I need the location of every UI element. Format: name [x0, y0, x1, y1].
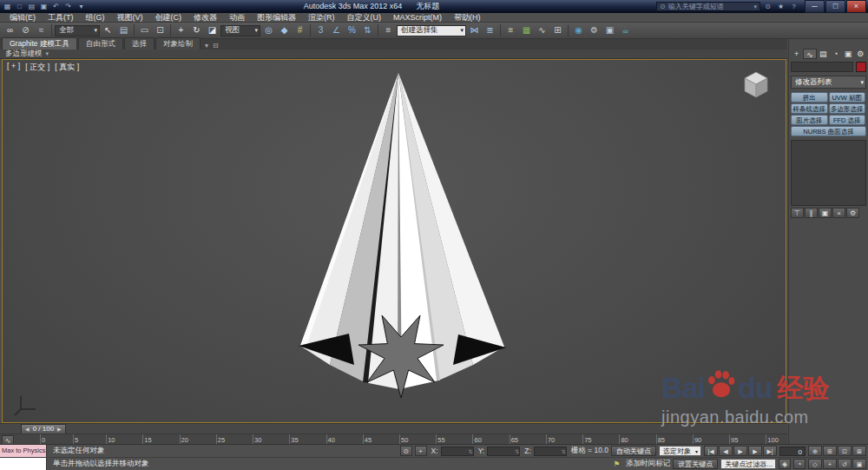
- select-and-scale-icon[interactable]: ◪: [205, 23, 220, 37]
- menu-item-11[interactable]: MAXScript(M): [387, 13, 448, 22]
- app-menu-icon[interactable]: ▦: [2, 2, 13, 11]
- select-and-link-icon[interactable]: ∞: [3, 23, 17, 37]
- use-pivot-point-center-icon[interactable]: ◎: [261, 23, 276, 37]
- panel-tab-display[interactable]: ▣: [842, 49, 853, 59]
- ribbon-tab-1[interactable]: Graphite 建模工具: [2, 37, 77, 50]
- maximize-button[interactable]: □: [825, 0, 845, 13]
- schematic-view-icon[interactable]: ⊞: [550, 23, 565, 37]
- menu-item-7[interactable]: 动画: [223, 12, 251, 23]
- z-coordinate-field[interactable]: ⇅: [534, 447, 567, 456]
- menu-item-1[interactable]: 编辑(E): [3, 12, 42, 23]
- maximize-viewport-toggle-button[interactable]: ▣: [852, 459, 866, 469]
- ribbon-minimize-icon[interactable]: ⊟: [213, 42, 219, 50]
- ribbon-tab-4[interactable]: 对象绘制: [155, 37, 201, 50]
- menu-item-10[interactable]: 自定义(U): [341, 12, 388, 23]
- select-and-rotate-icon[interactable]: ↻: [189, 23, 204, 37]
- keyboard-shortcut-override-icon[interactable]: #: [293, 23, 307, 37]
- percent-snap-toggle-icon[interactable]: %: [345, 23, 359, 37]
- modifier-button-6[interactable]: FFD 选择: [829, 115, 866, 125]
- select-and-manipulate-icon[interactable]: ◆: [277, 23, 292, 37]
- track-bar[interactable]: ∿ 05101520253035404550556065707580859095…: [0, 434, 787, 444]
- pin-stack-icon[interactable]: ⊤: [791, 208, 804, 218]
- viewcube[interactable]: [740, 69, 772, 100]
- menu-item-12[interactable]: 帮助(H): [448, 12, 487, 23]
- panel-tab-utilities[interactable]: ⚙: [855, 49, 866, 59]
- zoom-all-button[interactable]: ⊞: [823, 446, 837, 456]
- unlink-selection-icon[interactable]: ⊘: [18, 23, 33, 37]
- select-object-icon[interactable]: ↖: [101, 23, 115, 37]
- panel-tab-modify[interactable]: ∿: [803, 49, 816, 59]
- render-setup-icon[interactable]: ⚙: [587, 23, 602, 37]
- new-scene-icon[interactable]: □: [14, 2, 25, 11]
- menu-item-4[interactable]: 视图(V): [111, 12, 149, 23]
- make-unique-icon[interactable]: ▣: [819, 208, 832, 218]
- search-chevron-down-icon[interactable]: ▾: [753, 3, 757, 10]
- menu-item-9[interactable]: 渲染(R): [302, 12, 341, 23]
- y-coordinate-field[interactable]: ⇅: [487, 447, 520, 456]
- time-slider-handle[interactable]: ◀ 0 / 100 ▶: [21, 424, 66, 434]
- show-end-result-icon[interactable]: ∥: [805, 208, 818, 218]
- select-and-move-icon[interactable]: +: [174, 23, 188, 37]
- search-input[interactable]: ⊙ 输入关键字或短语 ▾: [656, 2, 760, 11]
- time-tag-flag-icon[interactable]: ⚑: [614, 460, 621, 468]
- spinner-snap-toggle-icon[interactable]: ⇅: [360, 23, 375, 37]
- field-of-view-button[interactable]: ◇: [808, 459, 822, 469]
- zoom-button[interactable]: ⊕: [808, 446, 822, 456]
- modifier-button-2[interactable]: UVW 贴图: [829, 92, 866, 103]
- mirror-icon[interactable]: ⋈: [467, 23, 482, 37]
- open-file-icon[interactable]: ▤: [26, 2, 37, 11]
- manage-layers-icon[interactable]: ≡: [503, 23, 518, 37]
- previous-frame-button[interactable]: ◀: [719, 446, 733, 456]
- redo-icon[interactable]: ↷: [62, 2, 74, 11]
- set-key-button[interactable]: 设置关键点: [673, 459, 718, 469]
- maxscript-mini-listener-output[interactable]: [0, 458, 47, 470]
- graphite-ribbon-toggle-icon[interactable]: ▦: [519, 23, 534, 37]
- panel-tab-hierarchy[interactable]: ▤: [818, 49, 829, 59]
- panel-chevron-down-icon[interactable]: ▾: [46, 50, 49, 57]
- orbit-button[interactable]: ↺: [838, 459, 852, 469]
- key-mode-toggle[interactable]: ◈: [779, 459, 791, 469]
- close-button[interactable]: ×: [846, 0, 866, 13]
- zoom-extents-button[interactable]: ⊡: [838, 446, 852, 456]
- viewport-general-menu[interactable]: [ + ]: [7, 62, 20, 73]
- auto-key-button[interactable]: 自动关键点: [611, 446, 656, 456]
- reference-coordinate-system-dropdown[interactable]: 视图▾: [220, 25, 260, 36]
- modifier-button-1[interactable]: 挤出: [791, 92, 828, 103]
- selection-set-dropdown[interactable]: 选定对象 ▾: [659, 446, 701, 456]
- modifier-button-7[interactable]: NURBS 曲面选择: [791, 126, 866, 136]
- maxscript-mini-listener-input[interactable]: Max to Physics |: [0, 445, 47, 457]
- snap-toggle-3d-icon[interactable]: 3: [313, 23, 328, 37]
- menu-item-3[interactable]: 组(G): [80, 12, 111, 23]
- menu-item-8[interactable]: 图形编辑器: [251, 12, 302, 23]
- viewport-shading-menu[interactable]: [ 真实 ]: [55, 62, 79, 73]
- named-selection-sets-dropdown[interactable]: 创建选择集▾: [397, 25, 466, 36]
- time-configuration-button[interactable]: ◔: [793, 459, 806, 469]
- modifier-stack-list[interactable]: [791, 140, 866, 206]
- quick-access-chevron-down-icon[interactable]: ▾: [76, 2, 87, 11]
- render-production-icon[interactable]: ☕: [618, 23, 633, 37]
- search-icon[interactable]: ⊙: [762, 2, 773, 11]
- undo-icon[interactable]: ↶: [50, 2, 62, 11]
- align-icon[interactable]: ≣: [483, 23, 497, 37]
- modifier-button-5[interactable]: 面片选择: [791, 115, 828, 125]
- polygon-modeling-panel-label[interactable]: 多边形建模: [5, 49, 43, 59]
- rendered-frame-window-icon[interactable]: ▣: [602, 23, 617, 37]
- bind-to-space-warp-icon[interactable]: ≈: [34, 23, 49, 37]
- menu-item-2[interactable]: 工具(T): [42, 12, 80, 23]
- play-animation-button[interactable]: ▶: [733, 446, 747, 456]
- select-by-name-icon[interactable]: ▤: [116, 23, 131, 37]
- object-name-field[interactable]: [791, 62, 853, 72]
- previous-frame-arrow-icon[interactable]: ◀: [25, 426, 30, 432]
- remove-modifier-icon[interactable]: ×: [832, 208, 845, 218]
- help-icon[interactable]: ?: [788, 2, 799, 11]
- pan-button[interactable]: +: [823, 459, 837, 469]
- zoom-extents-all-button[interactable]: ⊠: [852, 446, 866, 456]
- current-frame-field[interactable]: 0: [779, 447, 806, 456]
- modifier-button-4[interactable]: 多边形选择: [829, 103, 866, 114]
- next-frame-button[interactable]: ▶: [748, 446, 762, 456]
- modifier-button-3[interactable]: 样条线选择: [791, 103, 828, 114]
- ribbon-tab-3[interactable]: 选择: [124, 37, 155, 50]
- configure-modifier-sets-icon[interactable]: ⚙: [846, 208, 859, 218]
- edit-named-selection-sets-icon[interactable]: ≡: [381, 23, 396, 37]
- window-crossing-toggle-icon[interactable]: ⊡: [153, 23, 168, 37]
